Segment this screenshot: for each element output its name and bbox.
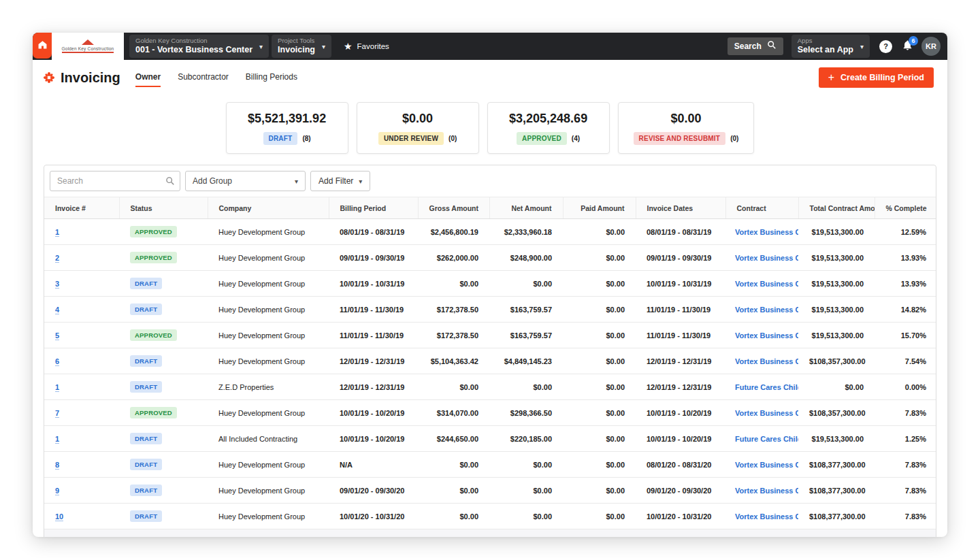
invoice-dates-cell: 09/01/19 - 09/30/19 (636, 245, 725, 271)
table-row[interactable]: 6 DRAFT Huey Development Group 12/01/19 … (44, 348, 936, 374)
invoice-number-link[interactable]: 2 (55, 254, 59, 263)
table-row[interactable]: 1 DRAFT All Included Contracting 10/01/1… (44, 426, 936, 452)
home-button[interactable] (33, 33, 52, 59)
invoice-dates-cell: 08/01/19 - 08/31/19 (636, 219, 725, 245)
table-row[interactable]: 5 APPROVED Huey Development Group 11/01/… (44, 323, 936, 348)
table-row[interactable]: 9 DRAFT Huey Development Group 09/01/20 … (44, 478, 936, 504)
status-badge: DRAFT (263, 132, 298, 145)
summary-card-under-review: $0.00 UNDER REVIEW (0) (357, 102, 479, 154)
contract-link[interactable]: Vortex Business Center (735, 487, 798, 495)
contract-link[interactable]: Future Cares Children's (735, 435, 798, 443)
status-badge: APPROVED (130, 407, 177, 419)
col-total-contract-amount[interactable]: Total Contract Amount (798, 197, 875, 219)
status-badge: DRAFT (130, 433, 162, 444)
tab-owner[interactable]: Owner (135, 68, 161, 87)
col-billing-period[interactable]: Billing Period (329, 197, 418, 219)
table-row[interactable]: 1 DRAFT Z.E.D Properties 12/01/19 - 12/3… (44, 374, 936, 400)
status-badge: DRAFT (130, 303, 162, 315)
col-invoice-number[interactable]: Invoice # (44, 197, 119, 219)
table-row[interactable]: 8 DRAFT Huey Development Group N/A $0.00… (44, 452, 936, 478)
total-contract-amount-cell: $19,513,300.00 (798, 323, 875, 348)
total-contract-amount-cell: $108,377,300.00 (798, 478, 875, 504)
contract-link[interactable]: Future Cares Children's (735, 383, 798, 391)
contract-link[interactable]: Vortex Business Center (735, 306, 798, 314)
favorites-label: Favorites (357, 42, 389, 50)
table-row[interactable]: 3 DRAFT Huey Development Group 10/01/19 … (44, 271, 936, 297)
invoice-dates-cell: 09/01/20 - 09/30/20 (636, 478, 725, 504)
invoice-number-link[interactable]: 1 (55, 435, 59, 444)
search-input[interactable] (50, 171, 180, 191)
chevron-down-icon: ▾ (295, 178, 298, 185)
paid-amount-cell: $0.00 (563, 374, 636, 400)
billing-period-cell: 10/01/19 - 10/20/19 (329, 400, 418, 426)
apps-selector[interactable]: Apps Select an App ▾ (791, 35, 870, 58)
invoice-number-link[interactable]: 1 (55, 228, 59, 237)
col-status[interactable]: Status (119, 197, 208, 219)
company-cell: Huey Development Group (208, 504, 329, 529)
billing-period-cell: 12/01/19 - 12/31/19 (329, 374, 418, 400)
percent-complete-cell: 7.54% (875, 348, 936, 374)
invoice-table: Invoice # Status Company Billing Period … (44, 197, 936, 537)
contract-link[interactable]: Vortex Business Center (735, 254, 798, 262)
invoice-number-link[interactable]: 3 (55, 280, 59, 289)
tool-selector[interactable]: Project Tools Invoicing ▾ (272, 35, 331, 58)
create-billing-period-button[interactable]: + Create Billing Period (819, 67, 934, 88)
net-amount-cell: $0.00 (489, 504, 563, 529)
contract-link[interactable]: Vortex Business Center (735, 331, 798, 340)
contract-link[interactable]: Vortex Business Center (735, 512, 798, 521)
chevron-down-icon: ▾ (860, 43, 864, 50)
gross-amount-cell: $0.00 (418, 271, 489, 297)
col-gross-amount[interactable]: Gross Amount (418, 197, 489, 219)
status-badge: APPROVED (517, 132, 567, 145)
invoice-number-link[interactable]: 9 (55, 487, 59, 495)
global-search-button[interactable]: Search (728, 37, 783, 55)
contract-link[interactable]: Vortex Business Center (735, 228, 798, 236)
contract-link[interactable]: Vortex Business Center (735, 409, 798, 417)
summary-amount: $0.00 (634, 112, 739, 126)
invoice-dates-cell: 12/01/19 - 12/31/19 (636, 374, 725, 400)
col-contract[interactable]: Contract (725, 197, 798, 219)
total-contract-amount-cell: $19,513,300.00 (798, 245, 875, 271)
invoice-number-link[interactable]: 5 (55, 331, 59, 340)
notifications-button[interactable]: 6 (902, 39, 913, 54)
billing-period-cell: 11/01/19 - 11/30/19 (329, 323, 418, 348)
tab-billing-periods[interactable]: Billing Periods (246, 68, 297, 87)
invoice-dates-cell: 10/01/19 - 10/31/19 (636, 271, 725, 297)
tab-subcontractor[interactable]: Subcontractor (178, 68, 229, 87)
favorites-button[interactable]: ★ Favorites (344, 41, 389, 52)
project-selector[interactable]: Golden Key Construction 001 - Vortex Bus… (129, 35, 269, 58)
page-title: Invoicing (61, 70, 120, 86)
contract-link[interactable]: Vortex Business Center (735, 280, 798, 288)
table-row[interactable]: 2 APPROVED Huey Development Group 09/01/… (44, 245, 936, 271)
help-icon[interactable]: ? (879, 40, 892, 53)
billing-period-cell: 09/01/20 - 09/30/20 (329, 478, 418, 504)
col-invoice-dates[interactable]: Invoice Dates (636, 197, 725, 219)
col-percent-complete[interactable]: % Complete (875, 197, 936, 219)
gross-amount-cell: $172,378.50 (418, 323, 489, 348)
table-row[interactable]: 10 DRAFT Huey Development Group 10/01/20… (44, 504, 936, 529)
billing-period-cell: 11/01/19 - 11/30/19 (329, 297, 418, 323)
star-icon: ★ (344, 41, 353, 52)
invoice-number-link[interactable]: 10 (55, 512, 63, 521)
invoice-number-link[interactable]: 7 (55, 409, 59, 418)
contract-link[interactable]: Vortex Business Center (735, 461, 798, 469)
table-row[interactable]: 1 APPROVED Huey Development Group 08/01/… (44, 219, 936, 245)
page-header: Invoicing Owner Subcontractor Billing Pe… (33, 60, 947, 91)
add-group-dropdown[interactable]: Add Group ▾ (185, 171, 306, 191)
invoice-number-link[interactable]: 6 (55, 357, 59, 366)
add-filter-button[interactable]: Add Filter ▾ (310, 171, 370, 191)
table-row[interactable]: 4 DRAFT Huey Development Group 11/01/19 … (44, 297, 936, 323)
summary-card-approved: $3,205,248.69 APPROVED (4) (487, 102, 610, 154)
invoice-number-link[interactable]: 4 (55, 306, 59, 314)
col-net-amount[interactable]: Net Amount (489, 197, 563, 219)
avatar[interactable]: KR (921, 37, 941, 56)
table-row[interactable]: 7 APPROVED Huey Development Group 10/01/… (44, 400, 936, 426)
totals-row: $8,278,076.05 $0.00 (44, 529, 936, 538)
col-company[interactable]: Company (208, 197, 329, 219)
tool-selector-value: Invoicing (278, 45, 315, 54)
col-paid-amount[interactable]: Paid Amount (563, 197, 636, 219)
contract-link[interactable]: Vortex Business Center (735, 357, 798, 365)
invoice-number-link[interactable]: 8 (55, 461, 59, 470)
invoice-number-link[interactable]: 1 (55, 383, 59, 392)
paid-amount-cell: $0.00 (563, 478, 636, 504)
